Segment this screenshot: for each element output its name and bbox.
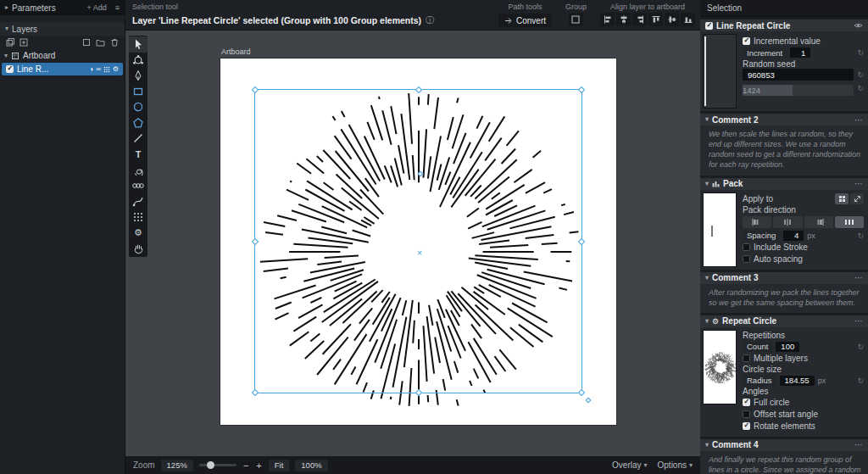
count-input[interactable]: 100 [776, 342, 799, 352]
line-tool[interactable] [129, 131, 147, 147]
include-stroke-checkbox[interactable] [743, 243, 750, 251]
node-tool[interactable] [129, 53, 147, 69]
spacing-label[interactable]: Spacing [743, 231, 780, 241]
parameters-panel-header[interactable]: ▸ Parameters + Add ≡ [0, 0, 125, 15]
increment-label[interactable]: Increment [743, 47, 787, 58]
zoom-in-button[interactable]: + [255, 460, 262, 471]
pattern-tool[interactable] [129, 209, 147, 226]
align-center-h-button[interactable] [616, 13, 631, 26]
pen-tool[interactable] [129, 68, 147, 84]
pack-direction-right-button[interactable] [804, 216, 833, 228]
selection-bounding-box[interactable]: × [254, 89, 582, 393]
polygon-tool[interactable] [129, 115, 147, 131]
trash-icon[interactable] [110, 38, 119, 47]
reset-icon[interactable]: ↻ [857, 84, 864, 92]
add-parameter-button[interactable]: + Add [86, 3, 106, 12]
layer-visibility-checkbox[interactable] [6, 65, 14, 73]
spiral-tool[interactable] [129, 162, 147, 178]
ellipse-tool[interactable] [129, 99, 147, 115]
info-icon[interactable]: ⓘ [426, 14, 434, 26]
zoom-out-button[interactable]: − [242, 460, 249, 471]
panel-menu-icon[interactable]: ≡ [115, 3, 120, 12]
spacing-input[interactable]: 4 [783, 231, 804, 241]
pack-direction-center-button[interactable] [773, 216, 802, 228]
folder-icon[interactable] [96, 38, 105, 47]
align-middle-v-button[interactable] [665, 13, 679, 26]
frame-icon[interactable] [82, 38, 91, 47]
hand-tool[interactable] [129, 241, 147, 257]
full-circle-checkbox[interactable] [743, 399, 750, 406]
section-menu-icon[interactable]: ⋯ [854, 179, 863, 188]
zoom-value[interactable]: 125% [161, 460, 193, 471]
section-menu-icon[interactable]: ⋯ [854, 440, 863, 449]
align-right-button[interactable] [632, 13, 647, 26]
apply-to-expand-button[interactable] [850, 193, 864, 204]
align-top-button[interactable] [648, 13, 663, 26]
pack-direction-justify-button[interactable] [835, 216, 864, 228]
layer-label: Line R... [17, 64, 48, 74]
spline-tool[interactable] [129, 193, 147, 209]
increment-input[interactable]: 1 [790, 47, 810, 58]
layer-row-line-repeat-circle[interactable]: Line R... ◑ ∞ ⚙ [2, 63, 123, 75]
incremental-value-checkbox[interactable] [743, 37, 750, 45]
zoom-slider[interactable] [199, 464, 236, 466]
artboard-icon [11, 52, 19, 60]
align-bottom-button[interactable] [681, 13, 695, 26]
multiple-layers-checkbox[interactable] [743, 354, 750, 362]
section-header[interactable]: ▾ Comment 4 ⋯ [700, 439, 868, 451]
random-seed-input[interactable]: 960853 [743, 69, 854, 81]
section-comment-3: ▾ Comment 3 ⋯ After randomizing we pack … [700, 272, 868, 313]
zoom-100-button[interactable]: 100% [295, 460, 327, 471]
radius-label[interactable]: Radius [743, 376, 776, 386]
apply-to-grid-button[interactable] [835, 193, 849, 204]
overlay-dropdown[interactable]: Overlay ▾ [612, 460, 647, 470]
section-header[interactable]: ▾ Pack ⋯ [700, 178, 868, 190]
node-enabled-checkbox[interactable] [705, 22, 713, 30]
section-header[interactable]: ▾ ⚙ Repeat Circle ⋯ [700, 315, 868, 327]
duplicate-layer-icon[interactable] [19, 38, 28, 47]
section-line-repeat-circle: Line Repeat Circle Incremental value Inc… [700, 20, 868, 111]
apply-to-label: Apply to [743, 194, 773, 204]
link-tool[interactable] [129, 178, 147, 194]
count-label[interactable]: Count [743, 342, 772, 352]
chevron-down-icon: ▾ [5, 25, 8, 32]
offset-start-angle-checkbox[interactable] [743, 410, 750, 418]
auto-spacing-checkbox[interactable] [743, 255, 750, 263]
section-header[interactable]: Line Repeat Circle [700, 20, 868, 31]
reset-icon[interactable]: ↻ [857, 343, 864, 351]
layers-panel-header[interactable]: ▾ Layers [0, 22, 125, 36]
new-layer-icon[interactable] [6, 38, 14, 47]
rotate-elements-checkbox[interactable] [743, 422, 750, 430]
reset-icon[interactable]: ↻ [857, 231, 864, 240]
pack-direction-left-button[interactable] [743, 216, 771, 228]
layer-row-artboard[interactable]: ▾ Artboard [0, 49, 125, 62]
align-left-button[interactable] [600, 13, 615, 26]
chevron-right-icon: ▸ [5, 4, 8, 11]
auto-spacing-label: Auto spacing [754, 254, 803, 264]
convert-button[interactable]: Convert [498, 14, 552, 27]
section-header[interactable]: ▾ Comment 3 ⋯ [700, 272, 868, 284]
reset-icon[interactable]: ↻ [857, 48, 864, 57]
group-button[interactable] [569, 13, 583, 26]
radius-input[interactable]: 184.55 [780, 376, 815, 386]
value-slider[interactable]: 1424 [743, 85, 854, 96]
section-menu-icon[interactable]: ⋯ [854, 316, 863, 326]
reset-icon[interactable]: ↻ [857, 376, 864, 385]
node-thumbnail [700, 327, 737, 437]
section-header[interactable]: ▾ Comment 2 ⋯ [700, 114, 868, 125]
pivot-handle[interactable] [417, 170, 423, 176]
section-menu-icon[interactable]: ⋯ [854, 273, 863, 282]
viewport[interactable]: T ⚙ Artboard × [125, 31, 700, 456]
options-dropdown[interactable]: Options ▾ [658, 460, 693, 470]
text-tool[interactable]: T [129, 147, 147, 163]
reset-icon[interactable]: ↻ [857, 70, 864, 79]
select-tool[interactable] [129, 36, 147, 53]
zoom-fit-button[interactable]: Fit [269, 460, 290, 471]
group-group: Group [565, 2, 587, 26]
rectangle-tool[interactable] [129, 84, 147, 100]
section-menu-icon[interactable]: ⋯ [854, 115, 863, 125]
eye-icon[interactable] [854, 22, 863, 29]
zoom-slider-knob[interactable] [207, 461, 214, 469]
settings-tool[interactable]: ⚙ [129, 225, 147, 241]
node-thumbnail [700, 190, 737, 270]
